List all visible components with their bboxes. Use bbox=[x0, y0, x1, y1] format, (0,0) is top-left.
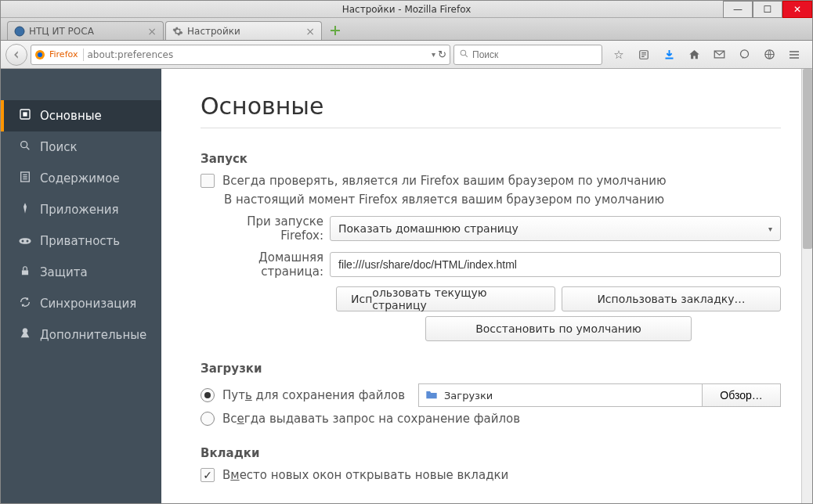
sidebar-item-label: Основные bbox=[40, 109, 102, 123]
svg-point-0 bbox=[15, 27, 24, 36]
dropdown-icon[interactable]: ▾ bbox=[432, 50, 435, 59]
window-title: Настройки - Mozilla Firefox bbox=[342, 4, 472, 15]
reading-list-icon[interactable] bbox=[637, 48, 651, 62]
default-browser-checkbox[interactable] bbox=[201, 174, 215, 188]
svg-rect-9 bbox=[23, 112, 27, 116]
sidebar-item-privacy[interactable]: Приватность bbox=[1, 225, 161, 257]
chevron-down-icon: ▾ bbox=[768, 225, 772, 233]
page-heading: Основные bbox=[201, 92, 781, 120]
section-title-startup: Запуск bbox=[201, 152, 781, 166]
identity-label: Firefox bbox=[49, 49, 78, 59]
tabs-section: Вкладки Вместо новых окон открывать новы… bbox=[201, 446, 781, 482]
url-text: about:preferences bbox=[87, 49, 429, 60]
download-path-text: Загрузки bbox=[444, 390, 493, 401]
separator bbox=[83, 49, 84, 61]
sidebar-item-label: Приватность bbox=[40, 234, 120, 248]
general-icon bbox=[16, 108, 34, 124]
tab-label: Настройки bbox=[187, 26, 240, 37]
search-icon bbox=[16, 139, 34, 155]
svg-point-12 bbox=[22, 240, 24, 243]
mail-icon[interactable] bbox=[712, 48, 726, 62]
folder-icon bbox=[425, 389, 438, 402]
save-path-label: Путь для сохранения файлов bbox=[222, 388, 418, 402]
always-ask-label: Всегда выдавать запрос на сохранение фай… bbox=[222, 412, 520, 426]
content-icon bbox=[16, 171, 34, 186]
bookmark-star-icon[interactable]: ☆ bbox=[612, 48, 626, 62]
downloads-section: Загрузки Путь для сохранения файлов Загр… bbox=[201, 362, 781, 426]
download-path-display: Загрузки bbox=[418, 383, 703, 407]
sidebar-item-label: Содержимое bbox=[40, 171, 120, 185]
when-start-select[interactable]: Показать домашнюю страницу ▾ bbox=[330, 216, 781, 241]
tab-close-icon[interactable]: × bbox=[305, 25, 315, 38]
url-bar[interactable]: Firefox about:preferences ▾ ↻ bbox=[31, 45, 450, 65]
new-tab-button[interactable] bbox=[327, 23, 344, 38]
gear-icon bbox=[172, 26, 183, 37]
sidebar-item-apps[interactable]: Приложения bbox=[1, 194, 161, 225]
sidebar-item-label: Защита bbox=[40, 265, 88, 279]
globe-icon bbox=[14, 26, 25, 37]
svg-point-3 bbox=[461, 50, 466, 55]
scrollbar[interactable] bbox=[801, 69, 812, 503]
sidebar: Основные Поиск Содержимое Приложения При… bbox=[1, 69, 161, 503]
home-icon[interactable] bbox=[687, 48, 701, 62]
sync-icon bbox=[16, 296, 34, 311]
use-bookmark-button[interactable]: Использовать закладку… bbox=[562, 286, 781, 311]
use-current-button[interactable]: Использовать текущую страницу bbox=[336, 286, 555, 311]
always-ask-radio[interactable] bbox=[201, 412, 215, 426]
svg-point-10 bbox=[21, 142, 27, 148]
homepage-label: Домашняя страница: bbox=[201, 250, 330, 279]
scroll-thumb[interactable] bbox=[803, 69, 812, 249]
close-button[interactable]: ✕ bbox=[782, 1, 812, 18]
section-title-downloads: Загрузки bbox=[201, 362, 781, 376]
svg-rect-14 bbox=[22, 270, 28, 275]
firefox-window: Настройки - Mozilla Firefox — ☐ ✕ НТЦ ИТ… bbox=[0, 0, 813, 504]
minimize-button[interactable]: — bbox=[723, 1, 753, 18]
default-browser-status: В настоящий момент Firefox является ваши… bbox=[224, 193, 664, 207]
tabs-bar: НТЦ ИТ РОСА × Настройки × bbox=[1, 18, 812, 41]
svg-point-2 bbox=[38, 52, 42, 57]
lock-icon bbox=[16, 265, 34, 280]
sidebar-item-sync[interactable]: Синхронизация bbox=[1, 288, 161, 319]
divider bbox=[201, 128, 781, 128]
apps-icon bbox=[16, 202, 34, 218]
sidebar-item-label: Дополнительные bbox=[40, 328, 146, 342]
search-bar[interactable] bbox=[453, 45, 602, 65]
browse-button[interactable]: Обзор… bbox=[703, 383, 781, 407]
web-icon[interactable] bbox=[762, 48, 776, 62]
nav-toolbar: Firefox about:preferences ▾ ↻ ☆ bbox=[1, 41, 812, 69]
restore-default-button[interactable]: Восстановить по умолчанию bbox=[425, 316, 692, 341]
homepage-input[interactable] bbox=[330, 252, 781, 277]
sidebar-item-label: Синхронизация bbox=[40, 297, 136, 311]
sidebar-item-content[interactable]: Содержимое bbox=[1, 163, 161, 194]
search-icon bbox=[459, 49, 469, 61]
open-new-tabs-checkbox[interactable] bbox=[201, 468, 215, 482]
downloads-icon[interactable] bbox=[662, 48, 676, 62]
maximize-button[interactable]: ☐ bbox=[753, 1, 782, 18]
sidebar-item-label: Приложения bbox=[40, 203, 119, 217]
titlebar: Настройки - Mozilla Firefox — ☐ ✕ bbox=[1, 1, 812, 18]
chat-icon[interactable] bbox=[737, 48, 751, 62]
sidebar-item-advanced[interactable]: Дополнительные bbox=[1, 319, 161, 351]
tab-rosa[interactable]: НТЦ ИТ РОСА × bbox=[7, 21, 164, 40]
toolbar-icons: ☆ bbox=[605, 48, 808, 62]
sidebar-item-label: Поиск bbox=[40, 140, 78, 154]
when-start-label: При запуске Firefox: bbox=[201, 214, 330, 243]
tab-settings[interactable]: Настройки × bbox=[165, 21, 322, 40]
content-area: Основные Поиск Содержимое Приложения При… bbox=[1, 69, 812, 503]
sidebar-item-general[interactable]: Основные bbox=[1, 100, 161, 131]
svg-point-13 bbox=[27, 240, 29, 243]
open-new-tabs-label: Вместо новых окон открывать новые вкладк… bbox=[222, 468, 508, 482]
search-input[interactable] bbox=[472, 49, 597, 60]
startup-section: Запуск Всегда проверять, является ли Fir… bbox=[201, 152, 781, 341]
sidebar-item-security[interactable]: Защита bbox=[1, 257, 161, 288]
save-path-radio[interactable] bbox=[201, 388, 215, 402]
tab-label: НТЦ ИТ РОСА bbox=[29, 26, 94, 37]
firefox-icon bbox=[34, 49, 47, 60]
menu-icon[interactable] bbox=[787, 48, 801, 62]
reload-icon[interactable]: ↻ bbox=[438, 49, 446, 60]
tab-close-icon[interactable]: × bbox=[147, 25, 157, 38]
advanced-icon bbox=[16, 327, 34, 343]
svg-point-6 bbox=[740, 50, 748, 58]
back-button[interactable] bbox=[5, 44, 27, 66]
sidebar-item-search[interactable]: Поиск bbox=[1, 131, 161, 163]
